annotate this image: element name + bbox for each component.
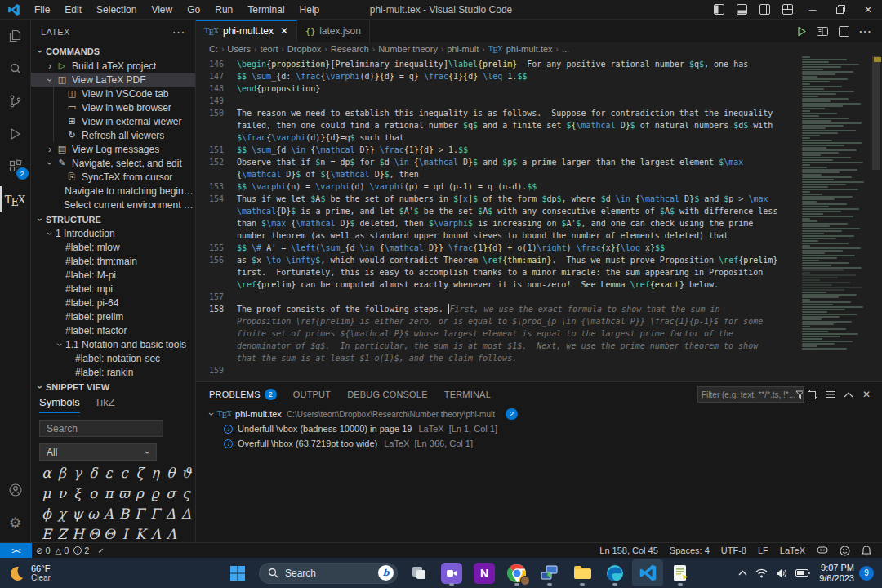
code-line[interactable]: 151$$ \sum_{d \in {\mathcal D}} \frac{1}… [196,144,799,156]
symbol-glyph[interactable]: β [56,465,68,481]
line-number[interactable]: 148 [196,82,237,95]
close-panel-icon[interactable]: ✕ [858,389,875,400]
command-select-current-environment-conte[interactable]: Select current environment conte... [31,198,195,212]
sidebar-more-icon[interactable]: ··· [172,25,185,38]
speaker-icon[interactable] [772,568,791,578]
command-navigate-select-and-edit[interactable]: ›✎Navigate, select, and edit [31,156,195,170]
tab-latex-json[interactable]: {} latex.json [297,20,370,42]
explorer-icon[interactable] [0,20,31,52]
structure-label-mpi[interactable]: #label: mpi [31,283,195,296]
symbol-glyph[interactable]: K [135,526,146,542]
line-number[interactable]: 156 [196,254,237,266]
command-build-latex-project[interactable]: ›▷Build LaTeX project [31,59,195,73]
command-navigate-to-matching-begin-end[interactable]: Navigate to matching begin/end [31,184,195,198]
remote-indicator[interactable]: >< [0,543,32,558]
breadcrumb-item[interactable]: Users [227,44,251,54]
symbol-glyph[interactable]: A [103,506,114,522]
more-actions-icon[interactable]: ⋯ [854,20,875,42]
problems-filter-input[interactable]: Filter (e.g. text, **/*.ts, !*... [697,386,804,403]
command-view-in-vscode-tab[interactable]: ◫View in VSCode tab [31,87,195,100]
notification-badge[interactable]: 9 [859,566,874,581]
line-number[interactable]: 150 [196,107,237,119]
line-number[interactable]: 155 [196,242,237,254]
code-line[interactable]: finite set of primes ${\mathcal P}$ whos… [196,327,799,340]
taskbar-clock[interactable]: 9:07 PM 9/6/2023 [819,563,854,584]
symbol-glyph[interactable]: ν [56,485,68,501]
breadcrumb-item[interactable]: teort [260,44,278,54]
line-number[interactable]: 149 [196,95,237,107]
taskbar-app-meeting[interactable] [436,559,467,586]
open-in-editor-icon[interactable] [804,390,822,399]
menu-help[interactable]: Help [292,0,327,19]
taskbar-app-remote-desktop[interactable] [534,559,565,586]
code-line[interactable]: denominator of $q$. In particular, the s… [196,340,799,352]
breadcrumb-item[interactable]: C: [209,44,218,54]
taskbar-app-edge[interactable] [599,559,630,586]
panel-tab-terminal[interactable]: TERMINAL [444,382,491,407]
symbol-glyph[interactable]: ψ [72,506,83,522]
line-number[interactable] [196,278,237,291]
symbol-search-input[interactable]: Search [39,420,163,438]
structure-label-notation-sec[interactable]: #label: notation-sec [31,352,195,366]
symbol-glyph[interactable]: Λ [166,526,177,542]
feedback-icon[interactable] [834,543,856,558]
symbol-glyph[interactable]: θ [165,465,176,481]
taskbar-app-latex-editor[interactable] [665,559,696,586]
symbol-glyph[interactable]: B [118,506,130,522]
line-number[interactable] [196,327,237,340]
breadcrumb-item[interactable]: phi-mult [447,44,479,54]
start-button[interactable] [222,559,253,586]
line-number[interactable] [196,352,237,364]
line-number[interactable] [196,119,237,131]
taskbar-app-file-explorer[interactable] [567,559,598,586]
line-number[interactable] [196,340,237,352]
breadcrumb-item[interactable]: ... [562,44,569,54]
toggle-sidebar-icon[interactable] [707,0,730,19]
symbol-glyph[interactable]: ϵ [118,465,130,481]
symbol-glyph[interactable]: ϑ [180,465,192,481]
structure-section-header[interactable]: ›STRUCTURE [31,212,195,227]
taskbar-app-onenote[interactable]: N [469,559,500,586]
symbol-glyph[interactable]: ς [180,485,192,501]
symbol-glyph[interactable]: γ [72,465,83,481]
latex-workshop-icon[interactable]: TEX [0,183,31,216]
panel-tab-problems[interactable]: PROBLEMS2 [209,382,277,407]
structure-label-pi-64[interactable]: #label: pi-64 [31,296,195,310]
structure-1-introduction[interactable]: ›1 Introduction [31,227,195,241]
symbol-glyph[interactable]: ω [87,506,99,522]
code-line[interactable]: failed, then one could find a rational n… [196,119,799,131]
tab-phi-mult-tex[interactable]: TEX phi-mult.tex ✕ [196,20,297,42]
code-line[interactable]: Proposition \ref{prelim} is either zero,… [196,315,799,327]
status-encoding[interactable]: UTF-8 [715,543,752,558]
menu-selection[interactable]: Selection [89,0,144,19]
code-line[interactable]: 157 [196,291,799,303]
code-line[interactable]: \mathcal{D}$ is a prime, and let $A'$ be… [196,205,799,217]
symbol-glyph[interactable]: Θ [88,526,100,542]
line-number[interactable] [196,315,237,327]
code-line[interactable]: {\mathcal D}$ of ${\mathcal D}$, then [196,168,799,180]
open-preview-icon[interactable] [812,20,833,42]
code-line[interactable]: 156as $x \to \infty$, which would contra… [196,254,799,266]
minimize-button[interactable]: ─ [799,0,826,19]
symbol-glyph[interactable]: H [72,526,84,542]
status-language-mode[interactable]: LaTeX [774,543,811,558]
commands-section-header[interactable]: ›COMMANDS [31,44,195,60]
line-number[interactable]: 154 [196,193,237,205]
menu-go[interactable]: Go [180,0,207,19]
symbol-glyph[interactable]: π [103,485,114,501]
breadcrumb-item[interactable]: TEXphi-mult.tex [488,44,553,54]
toggle-secondary-sidebar-icon[interactable] [753,0,776,19]
menu-file[interactable]: File [27,0,57,19]
taskbar-app-vscode[interactable] [632,559,663,586]
symbol-glyph[interactable]: ξ [72,485,83,501]
battery-icon[interactable] [791,568,814,577]
status-indentation[interactable]: Spaces: 4 [664,543,715,558]
snippet-tab-symbols[interactable]: Symbols [39,396,80,412]
symbol-glyph[interactable]: α [41,465,52,481]
structure-label-mlow[interactable]: #label: mlow [31,241,195,255]
code-line[interactable]: 153$$ \varphi(n) = \varphi(d) \varphi(p)… [196,180,799,193]
line-number[interactable] [196,205,237,217]
symbol-category-select[interactable]: All › [39,443,157,461]
line-number[interactable]: 153 [196,180,237,193]
structure-label-thm-main[interactable]: #label: thm:main [31,255,195,269]
